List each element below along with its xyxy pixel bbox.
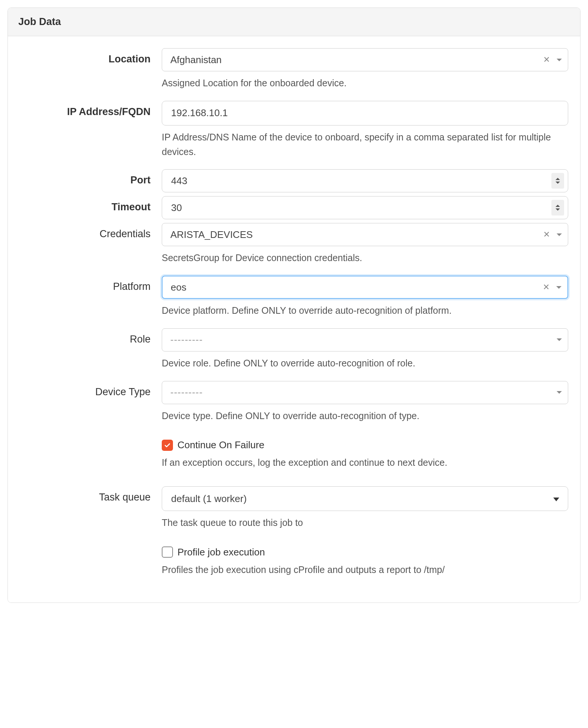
panel-title: Job Data xyxy=(18,16,570,28)
ip-help: IP Address/DNS Name of the device to onb… xyxy=(162,130,568,159)
continue-help: If an exception occurs, log the exceptio… xyxy=(162,455,568,470)
timeout-label: Timeout xyxy=(111,201,151,213)
platform-help: Device platform. Define ONLY to override… xyxy=(162,303,568,318)
taskqueue-select[interactable]: default (1 worker) xyxy=(162,486,568,511)
location-select[interactable]: Afghanistan ✕ xyxy=(162,48,568,71)
job-data-panel: Job Data Location Afghanistan ✕ Assigned… xyxy=(7,7,581,603)
chevron-down-icon xyxy=(557,338,562,341)
timeout-input[interactable] xyxy=(171,202,551,214)
platform-value: eos xyxy=(171,282,543,293)
chevron-down-icon xyxy=(557,233,562,236)
chevron-up-icon xyxy=(555,178,560,180)
location-help: Assigned Location for the onboarded devi… xyxy=(162,76,568,90)
role-help: Device role. Define ONLY to override aut… xyxy=(162,356,568,371)
panel-header: Job Data xyxy=(8,8,580,36)
chevron-down-icon xyxy=(555,208,560,211)
location-value: Afghanistan xyxy=(170,54,543,66)
platform-clear-icon[interactable]: ✕ xyxy=(543,282,550,292)
check-icon xyxy=(164,442,171,449)
taskqueue-label: Task queue xyxy=(99,492,151,503)
continue-label: Continue On Failure xyxy=(177,439,264,451)
profile-help: Profiles the job execution using cProfil… xyxy=(162,563,568,577)
chevron-down-icon xyxy=(556,286,561,289)
port-input-wrap[interactable] xyxy=(162,169,568,192)
platform-label: Platform xyxy=(113,281,151,292)
continue-checkbox[interactable] xyxy=(162,440,173,451)
devicetype-help: Device type. Define ONLY to override aut… xyxy=(162,409,568,423)
platform-select[interactable]: eos ✕ xyxy=(162,276,568,299)
credentials-value: ARISTA_DEVICES xyxy=(170,229,543,241)
devicetype-label: Device Type xyxy=(95,386,151,397)
credentials-help: SecretsGroup for Device connection crede… xyxy=(162,251,568,265)
port-label: Port xyxy=(130,174,151,186)
credentials-label: Credentials xyxy=(99,228,151,239)
credentials-select[interactable]: ARISTA_DEVICES ✕ xyxy=(162,223,568,246)
location-label: Location xyxy=(109,53,151,65)
chevron-up-icon xyxy=(555,205,560,207)
port-stepper[interactable] xyxy=(551,173,564,189)
chevron-down-icon xyxy=(557,59,562,61)
profile-checkbox[interactable] xyxy=(162,546,173,558)
ip-input[interactable] xyxy=(162,101,568,126)
chevron-down-icon xyxy=(557,391,562,394)
taskqueue-help: The task queue to route this job to xyxy=(162,515,568,530)
role-label: Role xyxy=(130,334,151,345)
credentials-clear-icon[interactable]: ✕ xyxy=(543,230,550,239)
role-placeholder: --------- xyxy=(170,334,557,346)
port-input[interactable] xyxy=(171,175,551,187)
timeout-stepper[interactable] xyxy=(551,200,564,216)
panel-body: Location Afghanistan ✕ Assigned Location… xyxy=(8,36,580,602)
devicetype-placeholder: --------- xyxy=(170,387,557,398)
ip-label: IP Address/FQDN xyxy=(67,106,151,117)
role-select[interactable]: --------- xyxy=(162,328,568,351)
devicetype-select[interactable]: --------- xyxy=(162,381,568,404)
location-clear-icon[interactable]: ✕ xyxy=(543,55,550,65)
profile-label: Profile job execution xyxy=(177,546,265,558)
chevron-down-icon xyxy=(555,182,560,184)
timeout-input-wrap[interactable] xyxy=(162,196,568,219)
